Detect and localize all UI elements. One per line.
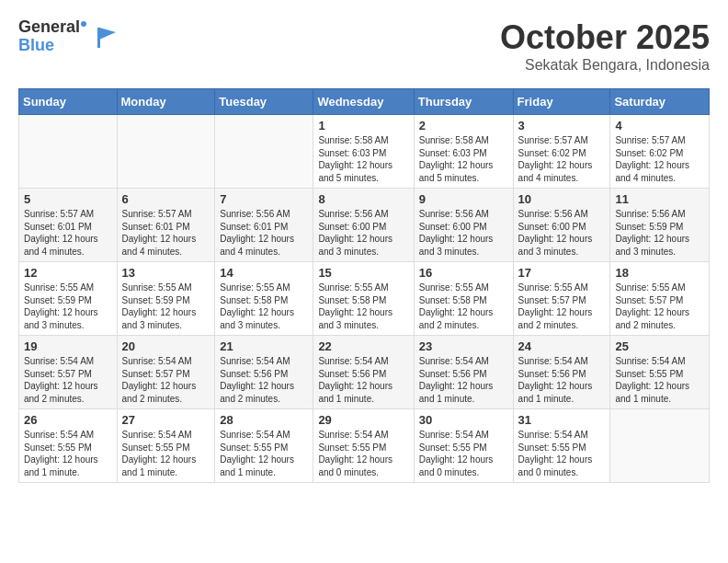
day-info: Sunrise: 5:55 AM Sunset: 5:59 PM Dayligh… <box>122 282 210 331</box>
day-info: Sunrise: 5:54 AM Sunset: 5:55 PM Dayligh… <box>419 429 508 478</box>
day-info: Sunrise: 5:58 AM Sunset: 6:03 PM Dayligh… <box>419 134 508 184</box>
calendar-cell: 5Sunrise: 5:57 AM Sunset: 6:01 PM Daylig… <box>19 189 118 262</box>
calendar-cell: 21Sunrise: 5:54 AM Sunset: 5:56 PM Dayli… <box>215 336 313 409</box>
day-number: 14 <box>220 266 308 280</box>
calendar-cell: 25Sunrise: 5:54 AM Sunset: 5:55 PM Dayli… <box>610 336 710 409</box>
calendar-header: SundayMondayTuesdayWednesdayThursdayFrid… <box>19 89 710 115</box>
day-number: 3 <box>518 119 606 132</box>
day-info: Sunrise: 5:55 AM Sunset: 5:57 PM Dayligh… <box>518 282 606 331</box>
day-number: 15 <box>318 266 408 280</box>
day-info: Sunrise: 5:55 AM Sunset: 5:58 PM Dayligh… <box>419 282 508 331</box>
day-number: 30 <box>419 413 508 427</box>
logo-general: General <box>18 18 86 37</box>
calendar-cell: 6Sunrise: 5:57 AM Sunset: 6:01 PM Daylig… <box>117 189 215 262</box>
header: General Blue October 2025 Sekatak Bengar… <box>18 18 710 74</box>
calendar-cell: 10Sunrise: 5:56 AM Sunset: 6:00 PM Dayli… <box>513 189 610 262</box>
day-info: Sunrise: 5:56 AM Sunset: 6:00 PM Dayligh… <box>419 208 508 258</box>
day-number: 19 <box>24 339 112 353</box>
day-info: Sunrise: 5:55 AM Sunset: 5:58 PM Dayligh… <box>318 282 408 331</box>
week-row-3: 19Sunrise: 5:54 AM Sunset: 5:57 PM Dayli… <box>19 336 710 409</box>
week-row-0: 1Sunrise: 5:58 AM Sunset: 6:03 PM Daylig… <box>19 115 710 189</box>
svg-marker-0 <box>99 28 116 40</box>
day-number: 29 <box>318 413 408 427</box>
day-number: 23 <box>419 339 508 353</box>
calendar-subtitle: Sekatak Bengara, Indonesia <box>500 57 710 74</box>
day-number: 31 <box>518 413 606 427</box>
day-number: 28 <box>220 413 308 427</box>
header-cell-sunday: Sunday <box>19 89 118 115</box>
day-number: 16 <box>419 266 508 280</box>
header-cell-tuesday: Tuesday <box>215 89 313 115</box>
day-info: Sunrise: 5:54 AM Sunset: 5:55 PM Dayligh… <box>318 429 408 478</box>
day-info: Sunrise: 5:57 AM Sunset: 6:01 PM Dayligh… <box>122 208 210 258</box>
day-info: Sunrise: 5:54 AM Sunset: 5:57 PM Dayligh… <box>24 355 112 405</box>
calendar-cell: 16Sunrise: 5:55 AM Sunset: 5:58 PM Dayli… <box>414 262 513 336</box>
day-number: 24 <box>518 339 606 353</box>
day-number: 27 <box>122 413 210 427</box>
title-area: October 2025 Sekatak Bengara, Indonesia <box>500 18 710 74</box>
day-number: 8 <box>318 192 408 206</box>
calendar-cell: 9Sunrise: 5:56 AM Sunset: 6:00 PM Daylig… <box>414 189 513 262</box>
day-info: Sunrise: 5:56 AM Sunset: 6:00 PM Dayligh… <box>318 208 408 258</box>
day-number: 7 <box>220 192 308 206</box>
calendar-cell: 8Sunrise: 5:56 AM Sunset: 6:00 PM Daylig… <box>313 189 414 262</box>
calendar-cell: 23Sunrise: 5:54 AM Sunset: 5:56 PM Dayli… <box>414 336 513 409</box>
day-info: Sunrise: 5:55 AM Sunset: 5:59 PM Dayligh… <box>24 282 112 331</box>
day-number: 21 <box>220 339 308 353</box>
day-number: 5 <box>24 192 112 206</box>
calendar-cell <box>19 115 118 189</box>
day-info: Sunrise: 5:54 AM Sunset: 5:56 PM Dayligh… <box>318 355 408 405</box>
day-info: Sunrise: 5:54 AM Sunset: 5:55 PM Dayligh… <box>122 429 210 478</box>
day-number: 6 <box>122 192 210 206</box>
day-info: Sunrise: 5:57 AM Sunset: 6:01 PM Dayligh… <box>24 208 112 258</box>
calendar-cell: 27Sunrise: 5:54 AM Sunset: 5:55 PM Dayli… <box>117 409 215 483</box>
calendar-cell: 1Sunrise: 5:58 AM Sunset: 6:03 PM Daylig… <box>313 115 414 189</box>
day-number: 2 <box>419 119 508 132</box>
day-info: Sunrise: 5:55 AM Sunset: 5:57 PM Dayligh… <box>615 282 704 331</box>
header-row: SundayMondayTuesdayWednesdayThursdayFrid… <box>19 89 710 115</box>
svg-rect-1 <box>97 28 100 48</box>
day-info: Sunrise: 5:54 AM Sunset: 5:56 PM Dayligh… <box>419 355 508 405</box>
day-info: Sunrise: 5:57 AM Sunset: 6:02 PM Dayligh… <box>615 134 704 184</box>
calendar-cell: 30Sunrise: 5:54 AM Sunset: 5:55 PM Dayli… <box>414 409 513 483</box>
header-cell-monday: Monday <box>117 89 215 115</box>
calendar-cell: 17Sunrise: 5:55 AM Sunset: 5:57 PM Dayli… <box>513 262 610 336</box>
day-number: 18 <box>615 266 704 280</box>
day-number: 11 <box>615 192 704 206</box>
day-number: 25 <box>615 339 704 353</box>
calendar-cell: 13Sunrise: 5:55 AM Sunset: 5:59 PM Dayli… <box>117 262 215 336</box>
day-info: Sunrise: 5:56 AM Sunset: 6:00 PM Dayligh… <box>518 208 606 258</box>
header-cell-saturday: Saturday <box>610 89 710 115</box>
day-number: 26 <box>24 413 112 427</box>
day-number: 1 <box>318 119 408 132</box>
day-info: Sunrise: 5:54 AM Sunset: 5:55 PM Dayligh… <box>220 429 308 478</box>
day-info: Sunrise: 5:54 AM Sunset: 5:55 PM Dayligh… <box>615 355 704 405</box>
calendar-cell: 3Sunrise: 5:57 AM Sunset: 6:02 PM Daylig… <box>513 115 610 189</box>
calendar-title: October 2025 <box>500 18 710 57</box>
calendar-body: 1Sunrise: 5:58 AM Sunset: 6:03 PM Daylig… <box>19 115 710 483</box>
logo-flag-icon <box>90 23 118 51</box>
calendar-cell: 26Sunrise: 5:54 AM Sunset: 5:55 PM Dayli… <box>19 409 118 483</box>
calendar-cell: 14Sunrise: 5:55 AM Sunset: 5:58 PM Dayli… <box>215 262 313 336</box>
day-info: Sunrise: 5:54 AM Sunset: 5:55 PM Dayligh… <box>518 429 606 478</box>
calendar-cell <box>117 115 215 189</box>
week-row-1: 5Sunrise: 5:57 AM Sunset: 6:01 PM Daylig… <box>19 189 710 262</box>
calendar-table: SundayMondayTuesdayWednesdayThursdayFrid… <box>18 88 710 483</box>
calendar-cell <box>215 115 313 189</box>
day-number: 20 <box>122 339 210 353</box>
day-number: 22 <box>318 339 408 353</box>
day-info: Sunrise: 5:56 AM Sunset: 6:01 PM Dayligh… <box>220 208 308 258</box>
week-row-4: 26Sunrise: 5:54 AM Sunset: 5:55 PM Dayli… <box>19 409 710 483</box>
calendar-cell: 2Sunrise: 5:58 AM Sunset: 6:03 PM Daylig… <box>414 115 513 189</box>
day-info: Sunrise: 5:56 AM Sunset: 5:59 PM Dayligh… <box>615 208 704 258</box>
calendar-cell: 19Sunrise: 5:54 AM Sunset: 5:57 PM Dayli… <box>19 336 118 409</box>
week-row-2: 12Sunrise: 5:55 AM Sunset: 5:59 PM Dayli… <box>19 262 710 336</box>
day-info: Sunrise: 5:58 AM Sunset: 6:03 PM Dayligh… <box>318 134 408 184</box>
calendar-cell: 7Sunrise: 5:56 AM Sunset: 6:01 PM Daylig… <box>215 189 313 262</box>
calendar-cell: 11Sunrise: 5:56 AM Sunset: 5:59 PM Dayli… <box>610 189 710 262</box>
calendar-cell: 29Sunrise: 5:54 AM Sunset: 5:55 PM Dayli… <box>313 409 414 483</box>
calendar-cell: 28Sunrise: 5:54 AM Sunset: 5:55 PM Dayli… <box>215 409 313 483</box>
header-cell-wednesday: Wednesday <box>313 89 414 115</box>
calendar-cell: 24Sunrise: 5:54 AM Sunset: 5:56 PM Dayli… <box>513 336 610 409</box>
calendar-cell: 18Sunrise: 5:55 AM Sunset: 5:57 PM Dayli… <box>610 262 710 336</box>
